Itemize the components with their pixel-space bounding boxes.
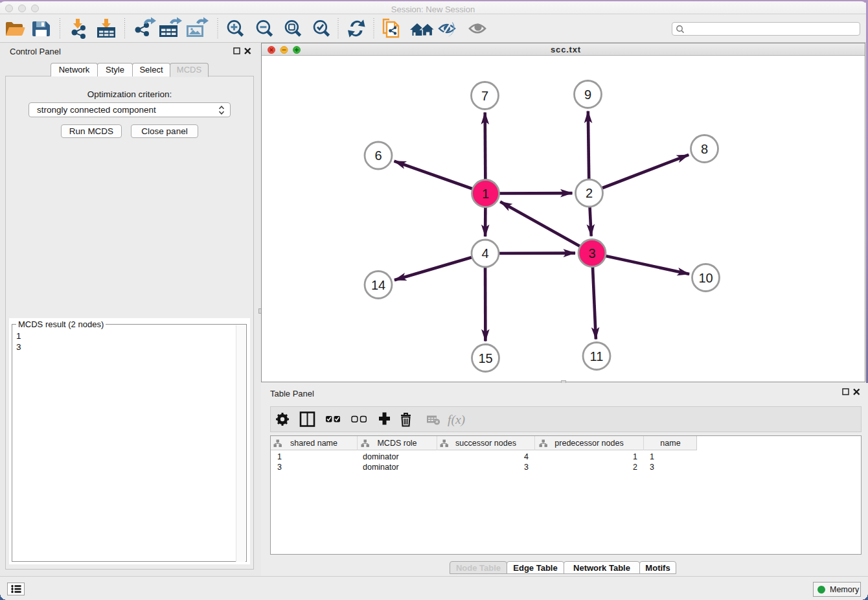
svg-text:7: 7 xyxy=(481,89,488,103)
svg-text:14: 14 xyxy=(371,278,385,292)
svg-text:6: 6 xyxy=(374,148,382,163)
svg-text:11: 11 xyxy=(590,349,604,363)
svg-text:f(x): f(x) xyxy=(448,413,465,427)
svg-text:4: 4 xyxy=(481,246,488,260)
svg-text:9: 9 xyxy=(584,87,591,102)
svg-text:10: 10 xyxy=(698,271,713,285)
svg-text:1: 1 xyxy=(482,187,489,201)
svg-text:2: 2 xyxy=(586,186,593,200)
svg-text:15: 15 xyxy=(478,351,492,365)
svg-text:3: 3 xyxy=(588,246,595,260)
svg-text:8: 8 xyxy=(701,142,708,156)
